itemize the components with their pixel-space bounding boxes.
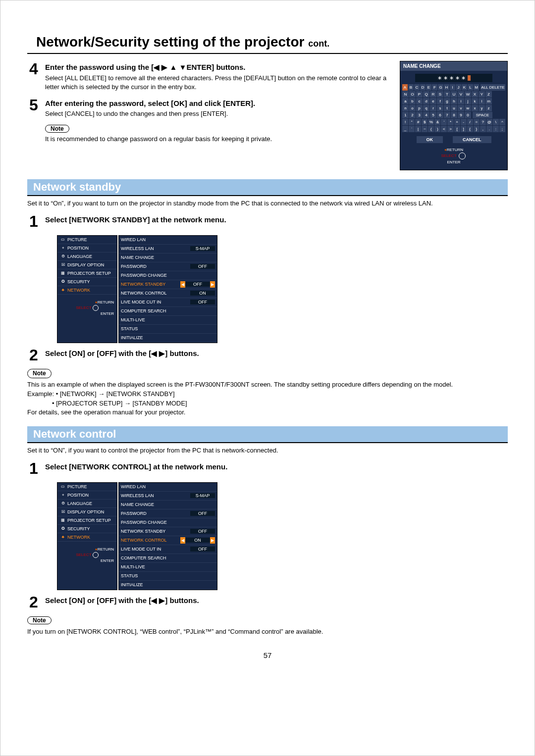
osk-key[interactable]: B [408,84,414,91]
osk-key[interactable]: ; [499,126,505,132]
menu-right-item[interactable]: MULTI-LIVE [119,316,217,325]
osk-key[interactable]: = [474,119,480,125]
menu-left-item[interactable]: ▭PICTURE [57,236,117,244]
osk-key[interactable]: : [493,126,499,132]
osk-key[interactable]: 9 [458,112,464,118]
osk-key[interactable]: D [420,84,426,91]
osk-key[interactable]: x [472,105,478,111]
osk-key[interactable]: b [409,98,416,104]
osk-key[interactable]: ~ [422,126,428,132]
osk-password-field[interactable]: ∗∗∗∗∗ [415,74,492,82]
osk-key[interactable]: t [444,105,450,111]
menu-right-item[interactable]: WIRELESS LANS-MAP [119,245,217,253]
osk-key[interactable]: ] [461,126,467,132]
menu-right-item[interactable]: LIVE MODE CUT INOFF [119,298,217,307]
menu-right-item[interactable]: NETWORK STANDBY◀OFF▶ [119,280,217,289]
osk-key[interactable]: H [444,84,449,91]
osk-key[interactable]: j [465,98,471,104]
osk-key[interactable]: r [430,105,436,111]
menu-right-item[interactable]: PASSWORDOFF [119,262,217,271]
osk-key[interactable]: $ [422,119,428,125]
osk-key[interactable]: - [461,119,467,125]
osk-key[interactable]: q [423,105,429,111]
osk-key[interactable]: C [414,84,420,91]
osk-key[interactable]: X [472,91,478,98]
osk-key[interactable]: E [426,84,431,91]
osk-key[interactable]: S [437,91,443,98]
menu-left-item[interactable]: ⌖POSITION [57,491,117,500]
osk-key[interactable]: @ [486,119,492,125]
osk-key[interactable]: 2 [409,112,416,118]
osk-key[interactable]: O [409,91,416,98]
osk-key[interactable]: } [474,126,480,132]
osk-key[interactable]: \ [493,119,499,125]
osk-key[interactable]: T [444,91,450,98]
osk-key[interactable]: a [402,98,409,104]
menu-right-item[interactable]: STATUS [119,572,217,581]
osk-key[interactable]: ' [441,119,447,125]
osk-key[interactable]: ! [402,119,408,125]
osk-key[interactable]: ^ [499,119,505,125]
osk-key[interactable]: f [437,98,443,104]
osk-key[interactable]: F [432,84,437,91]
osk-key[interactable]: L [468,84,473,91]
osk-key[interactable]: Q [423,91,429,98]
osk-key[interactable]: U [451,91,457,98]
osk-key[interactable]: " [409,119,415,125]
osk-key[interactable]: > [447,126,453,132]
menu-right-item[interactable]: STATUS [119,325,217,334]
osk-key[interactable]: 8 [451,112,457,118]
menu-right-item[interactable]: INITIALIZE [119,334,217,343]
menu-left-item[interactable]: ⚙LANGUAGE [57,252,117,261]
osk-key[interactable]: , [480,126,486,132]
osk-key[interactable]: w [465,105,471,111]
menu-right-item[interactable]: PASSWORD CHANGE [119,271,217,280]
osk-key[interactable]: # [415,119,421,125]
osk-key[interactable]: ) [434,126,440,132]
osk-key[interactable]: 4 [423,112,429,118]
osk-key[interactable]: 3 [416,112,423,118]
menu-right-item[interactable]: PASSWORD CHANGE [119,518,217,527]
osk-key[interactable]: 6 [437,112,443,118]
menu-left-item[interactable]: ⌖POSITION [57,244,117,252]
osk-key[interactable]: h [451,98,457,104]
osk-key[interactable]: / [467,119,473,125]
menu-left-item[interactable]: ♣NETWORK [57,286,117,295]
menu-right-item[interactable]: INITIALIZE [119,581,217,590]
osk-key[interactable]: . [486,126,492,132]
menu-right-item[interactable]: NETWORK CONTROLON [119,289,217,298]
arrow-left-icon[interactable]: ◀ [180,281,185,288]
osk-key[interactable]: ( [428,126,434,132]
osk-key[interactable]: V [458,91,464,98]
osk-space-button[interactable]: SPACE [473,112,492,118]
menu-left-item[interactable]: ⚙LANGUAGE [57,500,117,508]
osk-key[interactable]: % [428,119,434,125]
menu-left-item[interactable]: ☒DISPLAY OPTION [57,261,117,269]
osk-key[interactable]: m [485,98,492,104]
osk-ok-button[interactable]: OK [417,136,443,143]
arrow-right-icon[interactable]: ▶ [210,537,215,544]
menu-right-item[interactable]: NETWORK CONTROL◀ON▶ [119,536,217,545]
osk-key[interactable]: ` [409,126,415,132]
osk-cancel-button[interactable]: CANCEL [453,136,491,143]
menu-left-item[interactable]: ▭PICTURE [57,483,117,491]
menu-left-item[interactable]: ♣NETWORK [57,533,117,542]
osk-key[interactable]: { [467,126,473,132]
osk-key[interactable]: o [409,105,416,111]
osk-key[interactable]: + [454,119,460,125]
osk-key[interactable]: s [437,105,443,111]
osk-key[interactable]: Z [485,91,492,98]
osk-key[interactable]: & [434,119,440,125]
osk-key[interactable]: P [416,91,423,98]
menu-right-item[interactable]: WIRED LAN [119,483,217,492]
menu-right-item[interactable]: NETWORK STANDBYOFF [119,527,217,536]
arrow-left-icon[interactable]: ◀ [180,537,185,544]
menu-right-item[interactable]: WIRELESS LANS-MAP [119,492,217,501]
osk-key[interactable]: G [438,84,443,91]
osk-all-delete-button[interactable]: ALL DELETE [481,84,505,91]
menu-right-item[interactable]: LIVE MODE CUT INOFF [119,545,217,554]
osk-key[interactable]: z [485,105,492,111]
osk-key[interactable]: K [462,84,467,91]
menu-left-item[interactable]: ▦PROJECTOR SETUP [57,269,117,278]
osk-key[interactable]: d [423,98,429,104]
